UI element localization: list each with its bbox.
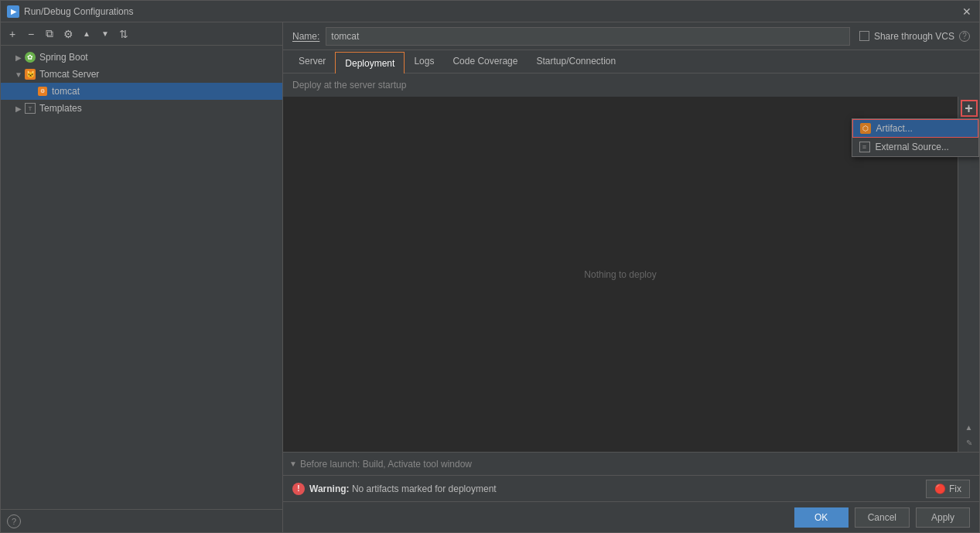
remove-config-button[interactable]: −	[22, 26, 39, 43]
configuration-tree: ▶ ✿ Spring Boot ▼ 🐱 Tomcat Server	[1, 46, 282, 509]
right-panel: Name: Share through VCS ? Server Deploym…	[283, 22, 979, 532]
tab-logs[interactable]: Logs	[405, 51, 443, 73]
settings-button[interactable]: ⚙	[60, 26, 77, 43]
sidebar-bottom: ?	[1, 509, 282, 532]
tomcat-server-arrow: ▼	[13, 69, 24, 80]
artifact-label: Artifact...	[876, 123, 913, 134]
spring-boot-arrow: ▶	[13, 52, 24, 63]
help-button[interactable]: ?	[7, 514, 21, 528]
templates-arrow: ▶	[13, 103, 24, 114]
warning-icon: !	[292, 483, 305, 495]
close-button[interactable]: ✕	[961, 5, 973, 18]
apply-button[interactable]: Apply	[916, 507, 970, 528]
sidebar: + − ⧉ ⚙ ▲ ▼ ⇅ ▶ ✿ Spring Boot	[1, 22, 283, 532]
share-help-icon[interactable]: ?	[959, 31, 970, 42]
share-label: Share through VCS	[874, 31, 954, 42]
artifact-icon: ⬡	[859, 122, 872, 135]
run-debug-configurations-dialog: ▶ Run/Debug Configurations ✕ + − ⧉ ⚙ ▲ ▼…	[0, 0, 980, 533]
move-up-button[interactable]: ▲	[78, 26, 95, 43]
deployment-area: Deploy at the server startup Nothing to …	[283, 73, 979, 475]
add-deployment-button[interactable]: +	[961, 100, 978, 117]
templates-icon: T	[24, 102, 36, 114]
tab-deployment[interactable]: Deployment	[335, 52, 405, 73]
scroll-up-button[interactable]: ▲	[963, 421, 975, 433]
sort-button[interactable]: ⇅	[115, 26, 132, 43]
tab-server[interactable]: Server	[289, 51, 335, 73]
deploy-content: Nothing to deploy + ⬡	[283, 97, 979, 452]
templates-label: Templates	[39, 103, 82, 114]
tomcat-icon: ⚙	[36, 85, 49, 97]
bottom-bar: OK Cancel Apply	[283, 501, 979, 532]
tree-item-templates[interactable]: ▶ T Templates	[1, 100, 282, 117]
tree-item-spring-boot[interactable]: ▶ ✿ Spring Boot	[1, 49, 282, 66]
cancel-button[interactable]: Cancel	[855, 507, 910, 528]
name-input[interactable]	[326, 27, 850, 46]
spring-boot-label: Spring Boot	[39, 52, 88, 63]
app-icon: ▶	[7, 5, 19, 18]
share-checkbox[interactable]	[859, 31, 869, 41]
deploy-header: Deploy at the server startup	[283, 73, 979, 97]
share-row: Share through VCS ?	[859, 31, 970, 42]
spring-boot-icon: ✿	[24, 51, 36, 63]
external-source-icon: ≡	[859, 141, 871, 153]
fix-icon: 🔴	[934, 483, 946, 494]
tomcat-arrow	[26, 86, 36, 97]
copy-config-button[interactable]: ⧉	[41, 26, 58, 43]
add-config-button[interactable]: +	[4, 26, 21, 43]
tomcat-label: tomcat	[52, 86, 80, 97]
tomcat-server-icon: 🐱	[24, 68, 36, 80]
before-launch-arrow[interactable]: ▼	[289, 460, 297, 468]
ok-button[interactable]: OK	[794, 507, 849, 528]
edit-button[interactable]: ✎	[963, 436, 975, 449]
warning-text: Warning: No artifacts marked for deploym…	[309, 483, 926, 494]
external-source-menu-item[interactable]: ≡ External Source...	[852, 138, 978, 156]
tree-item-tomcat[interactable]: ⚙ tomcat	[1, 83, 282, 100]
artifact-menu-item[interactable]: ⬡ Artifact...	[852, 119, 978, 138]
external-source-label: External Source...	[876, 142, 949, 152]
tab-startup-connection[interactable]: Startup/Connection	[527, 51, 625, 73]
warning-bar: ! Warning: No artifacts marked for deplo…	[283, 475, 979, 501]
dropdown-menu: ⬡ Artifact... ≡ External Source...	[852, 118, 979, 157]
title-bar-text: Run/Debug Configurations	[24, 6, 961, 17]
name-row: Name: Share through VCS ?	[283, 22, 979, 50]
move-down-button[interactable]: ▼	[97, 26, 114, 43]
nothing-to-deploy-text: Nothing to deploy	[584, 269, 656, 280]
main-content: + − ⧉ ⚙ ▲ ▼ ⇅ ▶ ✿ Spring Boot	[1, 22, 979, 532]
sidebar-toolbar: + − ⧉ ⚙ ▲ ▼ ⇅	[1, 22, 282, 46]
fix-button[interactable]: 🔴 Fix	[926, 480, 970, 498]
tomcat-server-label: Tomcat Server	[39, 69, 99, 80]
name-label: Name:	[292, 31, 319, 42]
title-bar: ▶ Run/Debug Configurations ✕	[1, 1, 979, 22]
tabs-row: Server Deployment Logs Code Coverage Sta…	[283, 50, 979, 73]
before-launch-text: Before launch: Build, Activate tool wind…	[300, 459, 472, 470]
tab-code-coverage[interactable]: Code Coverage	[443, 51, 527, 73]
tree-item-tomcat-server[interactable]: ▼ 🐱 Tomcat Server	[1, 66, 282, 83]
before-launch-section: ▼ Before launch: Build, Activate tool wi…	[283, 452, 979, 475]
